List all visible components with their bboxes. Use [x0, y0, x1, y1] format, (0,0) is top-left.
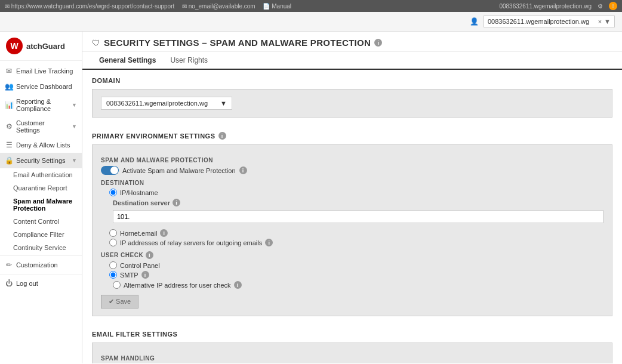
sidebar-item-customization[interactable]: ✏ Customization [0, 257, 82, 273]
control-panel-radio[interactable] [109, 261, 117, 269]
sidebar-label-service-dashboard: Service Dashboard [16, 83, 77, 90]
sidebar-item-deny-allow-lists[interactable]: ☰ Deny & Allow Lists [0, 137, 82, 153]
server-info-icon[interactable]: i [173, 199, 180, 206]
sidebar-item-service-dashboard[interactable]: 👥 Service Dashboard [0, 79, 82, 94]
ip-hostname-radio[interactable] [109, 189, 117, 196]
sidebar-subitem-quarantine-report[interactable]: Quarantine Report [0, 181, 82, 195]
sidebar-item-reporting-compliance[interactable]: 📊 Reporting & Compliance ▼ [0, 94, 82, 116]
ip-hostname-radio-item: IP/Hostname [109, 189, 603, 196]
sidebar-divider [0, 255, 82, 256]
top-bar-right: 0083632611.wgemailprotection.wg ⚙ ! [499, 2, 617, 10]
tab-user-rights-label: User Rights [170, 56, 208, 64]
email-filter-section: EMAIL FILTER SETTINGS SPAM HANDLING Stor… [82, 323, 622, 363]
tab-user-rights[interactable]: User Rights [163, 52, 215, 70]
security-icon: 🔒 [5, 156, 13, 165]
hornet-email-label: Hornet.email [120, 230, 157, 237]
logo-icon: W [6, 38, 23, 54]
alt-ip-info-icon[interactable]: i [234, 281, 242, 289]
spam-malware-label: Spam and Malware Protection [13, 198, 72, 212]
alt-ip-radio-item: Alternative IP address for user check i [113, 281, 603, 289]
account-bar: 👤 0083632611.wgemailprotection.wg × ▼ [0, 12, 622, 32]
domain-gray-box: 0083632611.wgemailprotection.wg ▼ [92, 89, 612, 118]
manual-link[interactable]: 📄 Manual [263, 3, 291, 10]
sidebar-subitem-continuity-service[interactable]: Continuity Service [0, 241, 82, 254]
spam-malware-subsection-title: SPAM AND MALWARE PROTECTION [101, 157, 603, 164]
hornet-email-radio-item: Hornet.email i [109, 229, 603, 237]
email-filter-title: EMAIL FILTER SETTINGS [92, 331, 612, 338]
main-content: 🛡 SECURITY SETTINGS – SPAM AND MALWARE P… [82, 32, 622, 363]
sidebar-item-email-live-tracking[interactable]: ✉ Email Live Tracking [0, 63, 82, 79]
server-input[interactable] [113, 210, 603, 223]
sidebar-subitem-content-control[interactable]: Content Control [0, 215, 82, 228]
settings-icon[interactable]: ⚙ [598, 3, 603, 10]
reporting-arrow-icon: ▼ [72, 102, 77, 108]
spam-malware-toggle-info[interactable]: i [239, 166, 247, 174]
account-close-button[interactable]: × [598, 18, 602, 25]
primary-env-info-icon[interactable]: i [218, 132, 226, 140]
control-panel-label: Control Panel [120, 262, 160, 269]
hornet-email-radio[interactable] [109, 229, 117, 237]
sidebar-subitem-spam-malware[interactable]: Spam and Malware Protection [0, 195, 82, 215]
logo-name: atchGuard [26, 42, 65, 51]
smtp-info-icon[interactable]: i [141, 271, 149, 279]
sidebar-logo: W atchGuard [0, 32, 82, 61]
content-control-label: Content Control [13, 218, 59, 225]
alt-ip-radio[interactable] [113, 281, 121, 289]
control-panel-radio-item: Control Panel [109, 261, 603, 269]
sidebar-label-customization: Customization [16, 261, 77, 269]
sidebar-label-security-settings: Security Settings [16, 157, 69, 164]
tab-general-settings[interactable]: General Settings [92, 52, 163, 70]
domain-dropdown-arrow: ▼ [220, 100, 227, 107]
user-avatar-icon: 👤 [470, 17, 479, 26]
top-bar-links: ✉ https://www.watchguard.com/es/wgrd-sup… [5, 3, 297, 10]
logout-icon: ⏻ [5, 279, 13, 288]
logo-letter: W [10, 41, 18, 51]
info-icon-topbar[interactable]: ! [609, 2, 617, 10]
sidebar-item-security-settings[interactable]: 🔒 Security Settings ▼ [0, 153, 82, 168]
spam-handling-title: SPAM HANDLING [101, 355, 603, 362]
account-dropdown-button[interactable]: ▼ [604, 18, 611, 25]
top-bar-user: 0083632611.wgemailprotection.wg [499, 3, 592, 10]
sidebar-nav: ✉ Email Live Tracking 👥 Service Dashboar… [0, 61, 82, 294]
deny-allow-icon: ☰ [5, 141, 13, 149]
primary-environment-section: PRIMARY ENVIRONMENT SETTINGS i SPAM AND … [82, 132, 622, 316]
email-filter-gray-box: SPAM HANDLING Store in quarantine Tag IN… [92, 343, 612, 363]
sidebar-label-logout: Log out [16, 280, 77, 287]
sidebar-divider2 [0, 274, 82, 274]
user-check-subsection: USER CHECK i [101, 251, 603, 259]
relay-info-icon[interactable]: i [265, 239, 273, 246]
destination-radio-group: IP/Hostname [101, 189, 603, 196]
account-selector[interactable]: 0083632611.wgemailprotection.wg × ▼ [484, 16, 615, 27]
smtp-radio[interactable] [109, 271, 117, 279]
alt-ip-label: Alternative IP address for user check [124, 282, 231, 289]
sidebar-item-logout[interactable]: ⏻ Log out [0, 276, 82, 291]
primary-env-gray-box: SPAM AND MALWARE PROTECTION Activate Spa… [92, 144, 612, 316]
save-button[interactable]: ✔ Save [101, 295, 138, 309]
sidebar-subitem-compliance-filter[interactable]: Compliance Filter [0, 228, 82, 241]
sidebar-subitem-email-authentication[interactable]: Email Authentication [0, 168, 82, 181]
alt-ip-container: Alternative IP address for user check i [101, 281, 603, 289]
save-button-label: ✔ Save [109, 298, 131, 306]
contact-support-link[interactable]: ✉ https://www.watchguard.com/es/wgrd-sup… [5, 3, 174, 10]
server-field-label: Destination server i [113, 199, 603, 206]
email-link[interactable]: ✉ no_email@available.com [182, 3, 255, 10]
main-layout: W atchGuard ✉ Email Live Tracking 👥 Serv… [0, 32, 622, 363]
email-icon: ✉ [5, 67, 13, 75]
relay-label: IP addresses of relay servers for outgoi… [120, 239, 262, 246]
sidebar-item-customer-settings[interactable]: ⚙ Customer Settings ▼ [0, 116, 82, 137]
domain-section-title: DOMAIN [92, 77, 612, 84]
page-header: 🛡 SECURITY SETTINGS – SPAM AND MALWARE P… [82, 32, 622, 52]
hornet-info-icon[interactable]: i [160, 229, 168, 237]
domain-section: DOMAIN 0083632611.wgemailprotection.wg ▼ [82, 70, 622, 132]
user-check-info-icon[interactable]: i [146, 251, 153, 259]
relay-radio[interactable] [109, 239, 117, 246]
spam-malware-toggle[interactable] [101, 166, 119, 175]
domain-dropdown[interactable]: 0083632611.wgemailprotection.wg ▼ [101, 97, 232, 110]
customer-icon: ⚙ [5, 122, 13, 131]
page-info-icon[interactable]: i [374, 39, 382, 47]
customization-icon: ✏ [5, 261, 13, 269]
primary-env-title: PRIMARY ENVIRONMENT SETTINGS [92, 132, 215, 140]
sidebar-label-deny-allow-lists: Deny & Allow Lists [16, 141, 77, 149]
sidebar-label-email-live-tracking: Email Live Tracking [16, 67, 77, 75]
server-label-text: Destination server [113, 199, 170, 206]
